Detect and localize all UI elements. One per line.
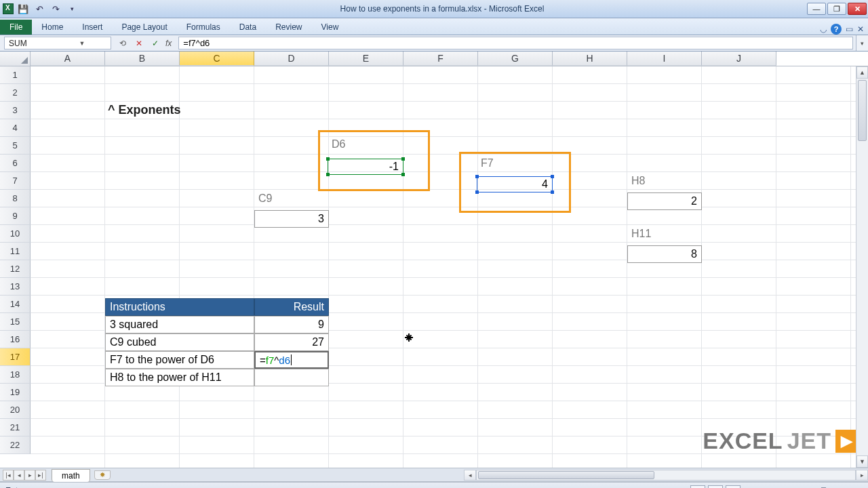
sheet-nav-next-icon[interactable]: ▸: [24, 470, 35, 481]
sheet-nav-last-icon[interactable]: ▸|: [35, 470, 46, 481]
table-result[interactable]: 9: [254, 316, 329, 333]
value-f7: 4: [542, 178, 548, 190]
view-layout-button[interactable]: [708, 485, 723, 489]
row-2[interactable]: 2: [0, 84, 31, 102]
row-21[interactable]: 21: [0, 419, 31, 436]
active-cell-C17[interactable]: =f7^d6: [254, 351, 329, 369]
zoom-out-button[interactable]: −: [765, 486, 770, 489]
maximize-button[interactable]: ❐: [827, 3, 846, 15]
qat-undo-icon[interactable]: ↶: [33, 2, 46, 16]
select-all-corner[interactable]: [0, 52, 31, 66]
row-13[interactable]: 13: [0, 278, 31, 296]
scroll-track[interactable]: [856, 142, 868, 455]
row-15[interactable]: 15: [0, 313, 31, 331]
row-3[interactable]: 3: [0, 102, 31, 119]
row-12[interactable]: 12: [0, 260, 31, 278]
scroll-up-icon[interactable]: ▲: [856, 66, 868, 79]
zoom-in-button[interactable]: +: [858, 486, 863, 489]
table-row[interactable]: C9 cubed: [105, 333, 254, 351]
scroll-down-icon[interactable]: ▼: [856, 455, 868, 468]
table-row[interactable]: 3 squared: [105, 316, 254, 333]
col-I[interactable]: I: [627, 52, 702, 66]
view-normal-button[interactable]: [690, 485, 705, 489]
hscroll-thumb[interactable]: [478, 471, 654, 479]
workbook-close-icon[interactable]: ✕: [857, 24, 864, 34]
scroll-thumb[interactable]: [858, 80, 867, 141]
close-button[interactable]: ✕: [848, 3, 867, 15]
cells-canvas[interactable]: ^ Exponents D6 -1 F7 4 C9 3 H8 2 H11: [31, 66, 868, 468]
formula-cancel-button[interactable]: ✕: [133, 37, 145, 49]
col-G[interactable]: G: [478, 52, 553, 66]
hscroll-left-icon[interactable]: ◂: [464, 470, 476, 481]
file-tab[interactable]: File: [0, 20, 32, 35]
col-H[interactable]: H: [553, 52, 627, 66]
tab-page-layout[interactable]: Page Layout: [112, 20, 176, 35]
table-result[interactable]: [254, 369, 329, 386]
qat-customize-icon[interactable]: ▾: [65, 2, 79, 16]
horizontal-scrollbar[interactable]: ◂ ▸: [464, 468, 868, 481]
tab-insert[interactable]: Insert: [73, 20, 112, 35]
name-box[interactable]: SUM ▼: [4, 37, 111, 49]
cell-h8[interactable]: 2: [627, 192, 702, 210]
ribbon-options-icon[interactable]: ◡: [820, 24, 827, 34]
cell-c9[interactable]: 3: [254, 210, 329, 228]
table-result[interactable]: 27: [254, 333, 329, 351]
tab-review[interactable]: Review: [266, 20, 311, 35]
row-7[interactable]: 7: [0, 172, 31, 190]
row-10[interactable]: 10: [0, 225, 31, 243]
fx-icon[interactable]: fx: [165, 39, 174, 48]
row-6[interactable]: 6: [0, 155, 31, 172]
col-A[interactable]: A: [31, 52, 105, 66]
formula-input[interactable]: =f7^d6: [178, 37, 853, 49]
row-20[interactable]: 20: [0, 401, 31, 419]
formula-cancel-prev-icon[interactable]: ⟲: [117, 37, 129, 49]
value-d6: -1: [389, 161, 399, 173]
row-17[interactable]: 17: [0, 348, 31, 366]
row-1[interactable]: 1: [0, 66, 31, 84]
macro-record-icon[interactable]: ▢: [35, 486, 42, 489]
view-break-button[interactable]: [726, 485, 741, 489]
col-B[interactable]: B: [105, 52, 180, 66]
qat-save-icon[interactable]: 💾: [16, 2, 30, 16]
col-F[interactable]: F: [403, 52, 478, 66]
tab-data[interactable]: Data: [230, 20, 266, 35]
tab-formulas[interactable]: Formulas: [177, 20, 230, 35]
name-box-dropdown-icon[interactable]: ▼: [58, 40, 106, 47]
sheet-tab-math[interactable]: math: [52, 469, 90, 482]
table-row[interactable]: H8 to the power of H11: [105, 369, 254, 386]
row-19[interactable]: 19: [0, 384, 31, 401]
tab-home[interactable]: Home: [32, 20, 73, 35]
row-14[interactable]: 14: [0, 296, 31, 313]
row-16[interactable]: 16: [0, 331, 31, 348]
formula-bar: SUM ▼ ⟲ ✕ ✓ fx =f7^d6 ▾: [0, 35, 868, 52]
label-h11: H11: [629, 228, 651, 240]
hscroll-right-icon[interactable]: ▸: [856, 470, 868, 481]
text-cursor: [291, 354, 292, 365]
sheet-nav-prev-icon[interactable]: ◂: [14, 470, 24, 481]
table-row[interactable]: F7 to the power of D6: [105, 351, 254, 369]
row-9[interactable]: 9: [0, 207, 31, 225]
col-E[interactable]: E: [329, 52, 403, 66]
minimize-button[interactable]: —: [807, 3, 826, 15]
hscroll-track[interactable]: [476, 470, 856, 481]
row-8[interactable]: 8: [0, 190, 31, 207]
vertical-scrollbar[interactable]: ▲ ▼: [856, 66, 868, 468]
row-22[interactable]: 22: [0, 436, 31, 454]
col-D[interactable]: D: [254, 52, 329, 66]
sheet-nav-first-icon[interactable]: |◂: [3, 470, 14, 481]
ribbon-minimize-icon[interactable]: ▭: [846, 24, 853, 34]
row-18[interactable]: 18: [0, 366, 31, 384]
row-5[interactable]: 5: [0, 137, 31, 155]
help-icon[interactable]: ?: [831, 24, 842, 35]
formula-expand-icon[interactable]: ▾: [856, 35, 868, 51]
cell-h11[interactable]: 8: [627, 245, 702, 263]
row-4[interactable]: 4: [0, 119, 31, 137]
col-C[interactable]: C: [180, 52, 254, 66]
gridlines: [31, 66, 868, 468]
row-11[interactable]: 11: [0, 243, 31, 260]
tab-view[interactable]: View: [312, 20, 349, 35]
qat-redo-icon[interactable]: ↷: [49, 2, 62, 16]
new-sheet-button[interactable]: ✸: [94, 470, 111, 480]
formula-enter-button[interactable]: ✓: [149, 37, 161, 49]
col-J[interactable]: J: [702, 52, 776, 66]
